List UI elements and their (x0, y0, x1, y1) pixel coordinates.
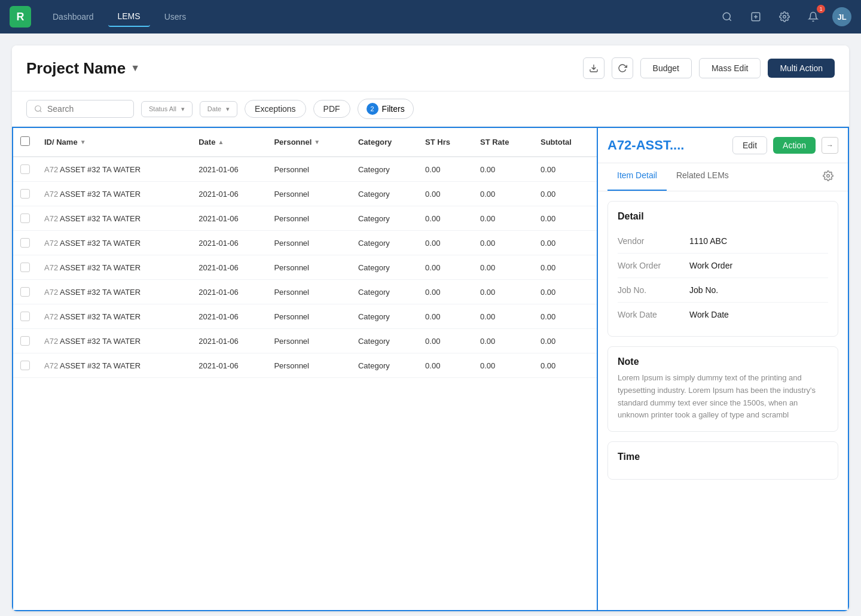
row-personnel: Personnel (267, 304, 351, 329)
row-subtotal: 0.00 (533, 280, 597, 304)
row-st-hrs: 0.00 (418, 353, 473, 378)
row-checkbox-cell[interactable] (13, 353, 37, 378)
nav-dashboard[interactable]: Dashboard (43, 7, 103, 26)
table-row: A72 ASSET #32 TA WATER 2021-01-06 Person… (13, 206, 597, 231)
app-logo[interactable]: R (10, 6, 31, 28)
row-st-hrs: 0.00 (418, 255, 473, 280)
row-personnel: Personnel (267, 329, 351, 353)
tab-settings-icon[interactable] (818, 163, 838, 191)
download-button[interactable] (583, 57, 604, 79)
row-id-name: A72 ASSET #32 TA WATER (37, 353, 191, 378)
search-box[interactable] (26, 100, 134, 118)
row-st-hrs: 0.00 (418, 280, 473, 304)
row-id: A72 (44, 361, 58, 370)
row-checkbox-cell[interactable] (13, 329, 37, 353)
status-filter[interactable]: Status All ▾ (141, 101, 193, 117)
row-checkbox-cell[interactable] (13, 157, 37, 182)
col-st-hrs: ST Hrs (418, 128, 473, 157)
row-checkbox[interactable] (20, 214, 30, 223)
row-st-rate: 0.00 (473, 206, 533, 231)
refresh-button[interactable] (612, 57, 633, 79)
nav-users[interactable]: Users (155, 7, 196, 26)
row-id: A72 (44, 337, 58, 346)
date-filter-label: Date (207, 105, 221, 112)
tab-item-detail[interactable]: Item Detail (607, 163, 667, 191)
row-checkbox-cell[interactable] (13, 206, 37, 231)
row-subtotal: 0.00 (533, 182, 597, 206)
arrow-right-icon: → (826, 141, 833, 150)
row-checkbox[interactable] (20, 336, 30, 346)
row-checkbox[interactable] (20, 263, 30, 272)
add-icon[interactable] (746, 7, 765, 26)
select-all-header[interactable] (13, 128, 37, 157)
row-checkbox[interactable] (20, 238, 30, 248)
budget-button[interactable]: Budget (640, 58, 692, 78)
content-area: ID/ Name ▼ Date ▲ Person (12, 127, 849, 611)
header-actions: Budget Mass Edit Multi Action (583, 57, 835, 79)
notification-bell[interactable]: 1 (804, 7, 823, 26)
row-id-name: A72 ASSET #32 TA WATER (37, 304, 191, 329)
time-card-title: Time (618, 452, 828, 462)
col-date[interactable]: Date ▲ (191, 128, 267, 157)
row-st-rate: 0.00 (473, 231, 533, 255)
row-checkbox-cell[interactable] (13, 280, 37, 304)
table-row: A72 ASSET #32 TA WATER 2021-01-06 Person… (13, 182, 597, 206)
row-checkbox-cell[interactable] (13, 231, 37, 255)
search-input[interactable] (47, 104, 119, 114)
row-id-name: A72 ASSET #32 TA WATER (37, 329, 191, 353)
row-checkbox-cell[interactable] (13, 255, 37, 280)
row-checkbox-cell[interactable] (13, 304, 37, 329)
row-checkbox-cell[interactable] (13, 182, 37, 206)
col-personnel[interactable]: Personnel ▼ (267, 128, 351, 157)
page-title-chevron-icon[interactable]: ▼ (130, 63, 140, 74)
row-st-hrs: 0.00 (418, 182, 473, 206)
user-avatar[interactable]: JL (832, 7, 851, 26)
row-checkbox[interactable] (20, 189, 30, 199)
tab-related-lems[interactable]: Related LEMs (667, 163, 738, 191)
row-checkbox[interactable] (20, 287, 30, 297)
date-filter[interactable]: Date ▾ (200, 101, 237, 117)
exceptions-button[interactable]: Exceptions (245, 100, 306, 118)
row-personnel: Personnel (267, 280, 351, 304)
row-checkbox[interactable] (20, 312, 30, 321)
note-card: Note Lorem Ipsum is simply dummy text of… (607, 346, 838, 432)
row-st-rate: 0.00 (473, 182, 533, 206)
row-name: ASSET #32 TA WATER (60, 214, 141, 223)
search-icon[interactable] (718, 7, 737, 26)
row-date: 2021-01-06 (191, 304, 267, 329)
collapse-panel-button[interactable]: → (822, 137, 838, 154)
nav-icons: 1 JL (718, 7, 851, 26)
side-panel-title: A72-ASST.... (607, 138, 726, 153)
top-navigation: R Dashboard LEMS Users 1 JL (0, 0, 861, 33)
filters-label: Filters (382, 104, 405, 114)
nav-lems[interactable]: LEMS (108, 7, 150, 27)
multi-action-button[interactable]: Multi Action (768, 59, 835, 78)
row-name: ASSET #32 TA WATER (60, 263, 141, 272)
detail-row-label: Job No. (618, 285, 689, 295)
pdf-button[interactable]: PDF (313, 100, 350, 118)
row-personnel: Personnel (267, 231, 351, 255)
row-personnel: Personnel (267, 353, 351, 378)
detail-row-value: Work Date (689, 310, 729, 319)
row-name: ASSET #32 TA WATER (60, 288, 141, 297)
row-checkbox[interactable] (20, 164, 30, 174)
col-subtotal: Subtotal (533, 128, 597, 157)
filters-button[interactable]: 2 Filters (358, 99, 414, 119)
row-category: Category (351, 255, 418, 280)
detail-row-label: Work Date (618, 310, 689, 319)
detail-card-title: Detail (618, 211, 828, 222)
row-id: A72 (44, 190, 58, 199)
select-all-checkbox[interactable] (20, 136, 30, 146)
row-id-name: A72 ASSET #32 TA WATER (37, 280, 191, 304)
edit-button[interactable]: Edit (732, 136, 767, 154)
row-subtotal: 0.00 (533, 353, 597, 378)
mass-edit-button[interactable]: Mass Edit (699, 58, 761, 78)
detail-row-label: Work Order (618, 261, 689, 270)
side-panel-header: A72-ASST.... Edit Action → (598, 128, 848, 163)
action-button[interactable]: Action (773, 137, 816, 154)
col-id-name[interactable]: ID/ Name ▼ (37, 128, 191, 157)
row-name: ASSET #32 TA WATER (60, 239, 141, 248)
svg-point-4 (827, 175, 830, 178)
row-checkbox[interactable] (20, 361, 30, 370)
settings-icon[interactable] (775, 7, 794, 26)
